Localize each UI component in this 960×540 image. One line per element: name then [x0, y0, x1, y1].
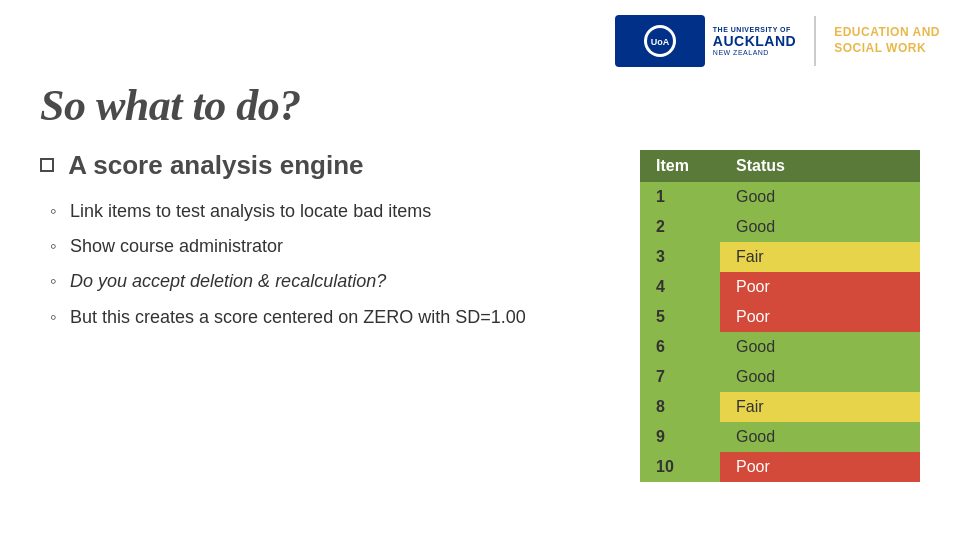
heading-text: A score analysis engine: [68, 150, 363, 180]
col-header-item: Item: [640, 150, 720, 182]
cell-status: Good: [720, 362, 920, 392]
header: UoA THE UNIVERSITY OF AUCKLAND NEW ZEALA…: [615, 15, 940, 67]
bullet-text: Do you accept deletion & recalculation?: [70, 271, 386, 291]
table-container: Item Status 1Good2Good3Fair4Poor5Poor6Go…: [640, 150, 920, 482]
university-country: NEW ZEALAND: [713, 49, 769, 56]
table-row: 1Good: [640, 182, 920, 212]
cell-status: Poor: [720, 272, 920, 302]
list-item: Link items to test analysis to locate ba…: [50, 199, 610, 224]
header-divider: [814, 16, 816, 66]
svg-text:UoA: UoA: [651, 37, 670, 47]
cell-status: Poor: [720, 302, 920, 332]
table-row: 8Fair: [640, 392, 920, 422]
logo-area: UoA THE UNIVERSITY OF AUCKLAND NEW ZEALA…: [615, 15, 796, 67]
dept-line2: SOCIAL WORK: [834, 41, 926, 57]
table-row: 9Good: [640, 422, 920, 452]
table-body: 1Good2Good3Fair4Poor5Poor6Good7Good8Fair…: [640, 182, 920, 482]
table-row: 6Good: [640, 332, 920, 362]
table-row: 10Poor: [640, 452, 920, 482]
checkbox-icon: [40, 158, 54, 172]
bullet-text: Link items to test analysis to locate ba…: [70, 201, 431, 221]
cell-status: Good: [720, 182, 920, 212]
cell-item: 5: [640, 302, 720, 332]
cell-item: 10: [640, 452, 720, 482]
bullet-text: Show course administrator: [70, 236, 283, 256]
cell-status: Fair: [720, 242, 920, 272]
university-text: THE UNIVERSITY OF AUCKLAND NEW ZEALAND: [713, 26, 796, 57]
table-row: 4Poor: [640, 272, 920, 302]
list-item: Do you accept deletion & recalculation?: [50, 269, 610, 294]
cell-item: 3: [640, 242, 720, 272]
cell-item: 6: [640, 332, 720, 362]
section-heading: A score analysis engine: [40, 150, 610, 181]
table-header-row: Item Status: [640, 150, 920, 182]
text-block: A score analysis engine Link items to te…: [40, 150, 610, 340]
cell-item: 2: [640, 212, 720, 242]
col-header-status: Status: [720, 150, 920, 182]
cell-item: 4: [640, 272, 720, 302]
table-row: 5Poor: [640, 302, 920, 332]
list-item: But this creates a score centered on ZER…: [50, 305, 610, 330]
cell-status: Poor: [720, 452, 920, 482]
list-item: Show course administrator: [50, 234, 610, 259]
cell-item: 1: [640, 182, 720, 212]
cell-status: Good: [720, 212, 920, 242]
department-label: EDUCATION AND SOCIAL WORK: [834, 25, 940, 56]
cell-item: 9: [640, 422, 720, 452]
cell-item: 7: [640, 362, 720, 392]
main-content: A score analysis engine Link items to te…: [40, 150, 920, 482]
cell-status: Good: [720, 422, 920, 452]
slide-title: So what to do?: [40, 80, 301, 131]
table-row: 2Good: [640, 212, 920, 242]
cell-status: Good: [720, 332, 920, 362]
table-row: 3Fair: [640, 242, 920, 272]
status-table: Item Status 1Good2Good3Fair4Poor5Poor6Go…: [640, 150, 920, 482]
slide: UoA THE UNIVERSITY OF AUCKLAND NEW ZEALA…: [0, 0, 960, 540]
bullet-list: Link items to test analysis to locate ba…: [40, 199, 610, 330]
cell-status: Fair: [720, 392, 920, 422]
dept-line1: EDUCATION AND: [834, 25, 940, 41]
cell-item: 8: [640, 392, 720, 422]
university-name: AUCKLAND: [713, 34, 796, 49]
crest-emblem: UoA: [644, 25, 676, 57]
bullet-text: But this creates a score centered on ZER…: [70, 307, 526, 327]
table-row: 7Good: [640, 362, 920, 392]
crest-svg: UoA: [646, 27, 674, 55]
university-crest: UoA: [615, 15, 705, 67]
